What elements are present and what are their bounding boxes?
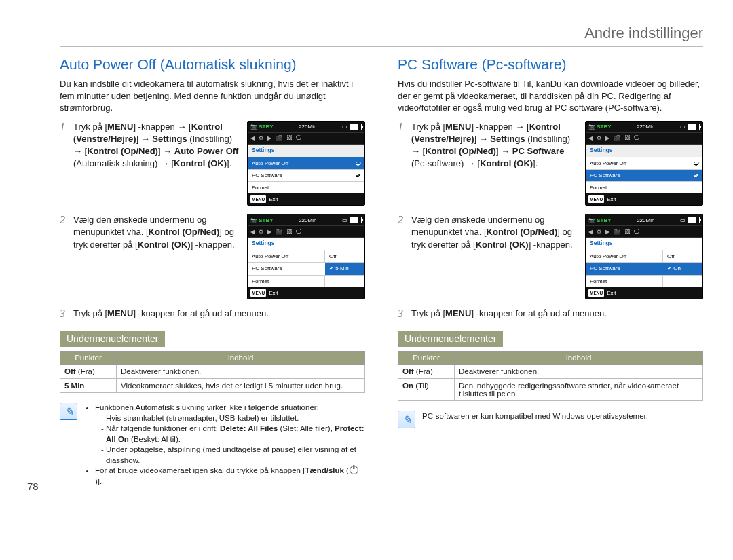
right-subheading: Undermenuelementer [398,331,503,347]
step-number: 3 [398,307,411,320]
right-options-table: Punkter Indhold Off (Fra) Deaktiverer fu… [398,351,703,401]
right-note: ✎ PC-softwaren er kun kompatibel med Win… [398,411,703,428]
table-row: Off (Fra) Deaktiverer funktionen. [398,365,703,379]
left-subheading: Undermenuelementer [60,331,165,347]
camera-screen-2-right: 📷 STBY 220Min ▭ ◀⚙▶🎬🖼🖵 Settings Auto Pow… [585,214,703,299]
left-title: Auto Power Off (Automatisk slukning) [60,56,365,73]
note-icon: ✎ [398,411,415,428]
step-number: 2 [60,214,73,226]
camera-screen-1-right: 📷 STBY 220Min ▭ ◀⚙▶🎬🖼🖵 Settings Auto Pow… [585,121,703,206]
camera-screen-2-left: 📷 STBY 220Min ▭ ◀⚙▶🎬🖼🖵 Settings Auto Pow… [247,214,365,299]
note-icon: ✎ [60,403,77,420]
step3-text: Tryk på [MENU] -knappen for at gå ud af … [73,307,365,320]
table-row: 5 Min Videokameraet slukkes, hvis det er… [60,379,365,393]
step2-text: 📷 STBY 220Min ▭ ◀⚙▶🎬🖼🖵 Settings Auto Pow… [73,214,365,303]
table-row: Off (Fra) Deaktiverer funktionen. [60,365,365,379]
r-step1-text: 📷 STBY 220Min ▭ ◀⚙▶🎬🖼🖵 Settings Auto Pow… [411,121,703,210]
left-intro: Du kan indstille dit videokamera til aut… [60,78,365,114]
power-icon [350,466,358,474]
r-step3-text: Tryk på [MENU] -knappen for at gå ud af … [411,307,703,320]
page-number: 78 [27,481,39,492]
step-number: 3 [60,307,73,320]
right-title: PC Software (Pc-software) [398,56,703,73]
camera-screen-1-left: 📷 STBY 220Min ▭ ◀⚙▶🎬🖼🖵 Settings Auto Pow… [247,121,365,206]
left-column: Auto Power Off (Automatisk slukning) Du … [60,56,365,487]
page-header: Andre indstillinger [60,24,703,47]
step-number: 1 [60,121,73,133]
step1-text: 📷 STBY 220Min ▭ ◀⚙▶🎬🖼🖵 Settings Auto Pow… [73,121,365,210]
table-row: On (Til) Den indbyggede redigeringssoftw… [398,379,703,401]
right-column: PC Software (Pc-software) Hvis du indsti… [398,56,703,487]
step-number: 1 [398,121,411,133]
left-note: ✎ Funktionen Automatisk slukning virker … [60,403,365,487]
right-intro: Hvis du indstiller Pc-software til Til, … [398,78,703,114]
r-step2-text: 📷 STBY 220Min ▭ ◀⚙▶🎬🖼🖵 Settings Auto Pow… [411,214,703,303]
left-options-table: Punkter Indhold Off (Fra) Deaktiverer fu… [60,351,365,393]
step-number: 2 [398,214,411,226]
